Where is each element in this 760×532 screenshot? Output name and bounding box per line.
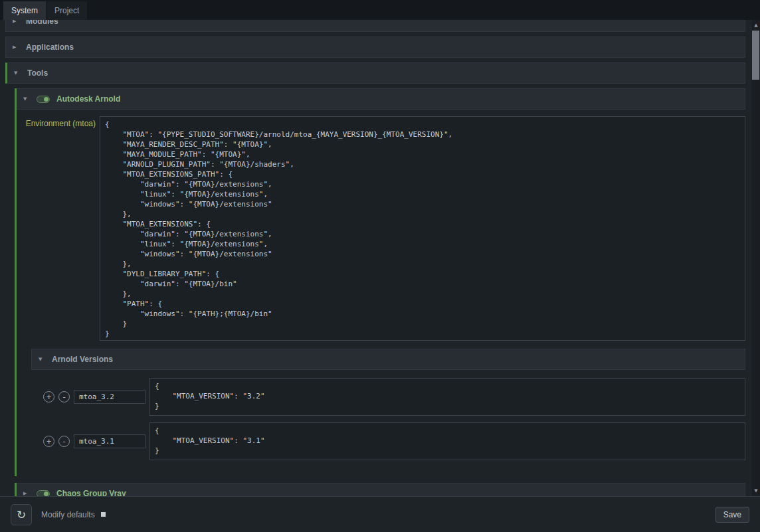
add-version-button[interactable]: + [43,436,54,447]
chevron-down-icon: ▼ [23,96,30,102]
scroll-up-icon[interactable]: ▲ [751,21,760,30]
scroll-down-icon[interactable]: ▼ [751,486,760,495]
group-title-autodesk-arnold: Autodesk Arnold [56,94,120,104]
footer-bar: ↻ Modify defaults Save [0,496,760,532]
refresh-icon: ↻ [17,508,26,521]
version-row: + - { "MTOA_VERSION": "3.1" } [31,422,745,460]
environment-field-row: Environment (mtoa) { "MTOA": "{PYPE_STUD… [24,116,745,341]
arnold-enabled-toggle[interactable] [37,96,50,103]
section-title-modules: Modules [26,20,58,26]
section-title-tools: Tools [27,68,48,78]
chevron-down-icon: ▼ [39,357,45,362]
section-header-arnold-versions[interactable]: ▼ Arnold Versions [31,349,745,370]
modify-defaults-control: Modify defaults [41,510,106,519]
chevron-right-icon: ▶ [13,20,19,24]
group-header-autodesk-arnold[interactable]: ▼ Autodesk Arnold [17,88,745,110]
version-name-input[interactable] [74,434,145,448]
tab-project[interactable]: Project [47,1,87,20]
remove-version-button[interactable]: - [58,391,70,402]
section-header-tools[interactable]: ▼ Tools [5,62,745,84]
tab-system[interactable]: System [3,1,46,20]
group-chaos-group-vray: ▶ Chaos Group Vray [15,483,745,496]
section-tools: ▼ Tools ▼ Autodesk Arnold Environment (m… [5,62,745,496]
version-row: + - { "MTOA_VERSION": "3.2" } [31,378,745,416]
chevron-right-icon: ▶ [23,491,30,496]
vray-enabled-toggle[interactable] [37,490,50,497]
group-header-chaos-group-vray[interactable]: ▶ Chaos Group Vray [17,483,745,496]
version-json-textarea[interactable]: { "MTOA_VERSION": "3.1" } [149,422,745,460]
group-title-chaos-group-vray: Chaos Group Vray [56,489,126,496]
group-autodesk-arnold: ▼ Autodesk Arnold Environment (mtoa) { "… [15,88,745,476]
chevron-right-icon: ▶ [13,44,19,50]
save-button[interactable]: Save [715,507,749,523]
remove-version-button[interactable]: - [58,436,70,447]
version-json-textarea[interactable]: { "MTOA_VERSION": "3.2" } [149,378,745,416]
settings-window: System Project ▶ Modules ▶ Applications … [0,0,760,532]
arnold-body: Environment (mtoa) { "MTOA": "{PYPE_STUD… [17,110,745,476]
section-header-modules[interactable]: ▶ Modules [5,20,745,32]
section-applications: ▶ Applications [5,37,745,58]
tools-body: ▼ Autodesk Arnold Environment (mtoa) { "… [5,84,745,496]
scrollbar-thumb[interactable] [752,31,759,80]
modify-defaults-checkbox[interactable] [101,512,106,517]
refresh-button[interactable]: ↻ [11,504,32,525]
add-version-button[interactable]: + [43,391,54,402]
section-modules: ▶ Modules [5,20,745,32]
vertical-scrollbar[interactable]: ▲ ▼ [751,20,760,496]
arnold-versions-section: ▼ Arnold Versions + - { "MTOA_VERSION": … [31,349,745,460]
section-title-arnold-versions: Arnold Versions [52,355,113,364]
section-header-applications[interactable]: ▶ Applications [5,37,745,58]
modify-defaults-label: Modify defaults [41,510,95,519]
version-name-input[interactable] [74,390,145,404]
environment-json-textarea[interactable]: { "MTOA": "{PYPE_STUDIO_SOFTWARE}/arnold… [100,116,745,341]
section-title-applications: Applications [26,43,74,52]
chevron-down-icon: ▼ [14,70,21,76]
tabbar: System Project [0,0,760,20]
environment-label: Environment (mtoa) [24,116,100,128]
settings-content: ▶ Modules ▶ Applications ▼ Tools ▼ [0,20,760,496]
